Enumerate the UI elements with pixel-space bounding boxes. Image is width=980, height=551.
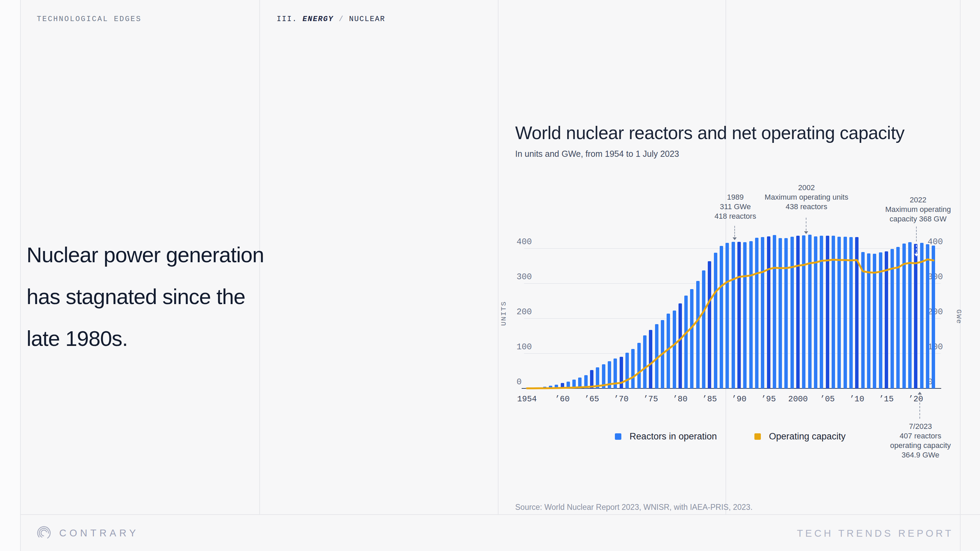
left-axis-title: UNITS [500, 301, 508, 326]
breadcrumb-page: NUCLEAR [349, 15, 385, 24]
page-title-line: has stagnated since the [27, 276, 401, 318]
annotation-arrow-line [806, 218, 807, 230]
annotation-2022: 2022 Maximum operating capacity 368 GW [867, 195, 969, 224]
footer-divider [20, 514, 980, 515]
x-axis-tick-1960: ’60 [547, 395, 578, 404]
annotation-line: 438 reactors [749, 202, 864, 211]
operating-capacity-line [524, 230, 937, 388]
x-axis-tick-1990: ’90 [724, 395, 754, 404]
annotation-line: operating capacity [871, 441, 970, 450]
x-axis-tick-2005: ’05 [812, 395, 843, 404]
page-title-line: Nuclear power generation [27, 234, 401, 276]
x-axis-tick-1965: ’65 [576, 395, 607, 404]
annotation-arrow-line [916, 227, 917, 241]
column-divider [20, 0, 21, 551]
annotation-line: capacity 368 GW [867, 214, 969, 224]
x-axis-tick-1970: ’70 [606, 395, 637, 404]
annotation-arrow-line [920, 395, 920, 419]
annotation-line: Maximum operating units [749, 192, 864, 202]
x-axis-tick-2020: ’20 [900, 395, 931, 404]
contrary-logo-icon [36, 525, 52, 541]
brand-lockup: CONTRARY [36, 525, 139, 541]
breadcrumb-separator: / [339, 15, 344, 24]
arrow-down-icon [914, 254, 918, 256]
x-axis-tick-1980: ’80 [665, 395, 695, 404]
legend-label: Operating capacity [769, 431, 846, 442]
x-axis-tick-2000: 2000 [783, 395, 813, 404]
legend-swatch-amber [754, 433, 761, 440]
annotation-line: Maximum operating [867, 205, 969, 214]
annotation-arrow-line [916, 241, 917, 254]
brand-name: CONTRARY [59, 527, 139, 539]
annotation-line: 2022 [867, 195, 969, 205]
legend-item-reactors: Reactors in operation [615, 431, 717, 442]
page-title-line: late 1980s. [27, 318, 401, 359]
chart-title: World nuclear reactors and net operating… [515, 122, 958, 143]
breadcrumb-section: III. [277, 15, 298, 24]
legend-item-capacity: Operating capacity [754, 431, 846, 442]
arrow-down-icon [804, 231, 808, 234]
arrow-up-icon [918, 392, 922, 395]
annotation-line: 2002 [749, 183, 864, 192]
chart-legend: Reactors in operation Operating capacity [524, 431, 937, 442]
report-name: TECH TRENDS REPORT [797, 528, 953, 539]
breadcrumb: III. ENERGY / NUCLEAR [277, 15, 385, 24]
column-divider [498, 0, 498, 514]
x-axis-tick-2015: ’15 [871, 395, 902, 404]
legend-label: Reactors in operation [630, 431, 717, 442]
column-divider [960, 0, 961, 551]
annotation-line: 364.9 GWe [871, 450, 970, 460]
kicker-label: TECHNOLOGICAL EDGES [37, 15, 142, 24]
breadcrumb-category: ENERGY [302, 15, 334, 24]
x-axis-tick-1985: ’85 [694, 395, 725, 404]
annotation-arrow-line [734, 226, 735, 237]
arrow-down-icon [733, 237, 737, 240]
legend-swatch-blue [615, 433, 621, 440]
chart-subtitle: In units and GWe, from 1954 to 1 July 20… [515, 149, 679, 159]
annotation-line: 418 reactors [696, 211, 775, 221]
annotation-line: 7/2023 [871, 422, 970, 431]
chart-plot-area: UNITS GWe 001001002002003003004004001954… [524, 230, 937, 388]
source-note: Source: World Nuclear Report 2023, WNISR… [515, 503, 753, 512]
page-title: Nuclear power generation has stagnated s… [27, 234, 401, 359]
annotation-2002: 2002 Maximum operating units 438 reactor… [749, 183, 864, 211]
x-axis-tick-2010: ’10 [842, 395, 872, 404]
left-margin-strip [0, 0, 20, 551]
x-axis-tick-1995: ’95 [753, 395, 784, 404]
left-axis-tick: 0 [517, 377, 522, 387]
x-axis-tick-1954: 1954 [512, 395, 542, 404]
x-axis-tick-1975: ’75 [635, 395, 666, 404]
